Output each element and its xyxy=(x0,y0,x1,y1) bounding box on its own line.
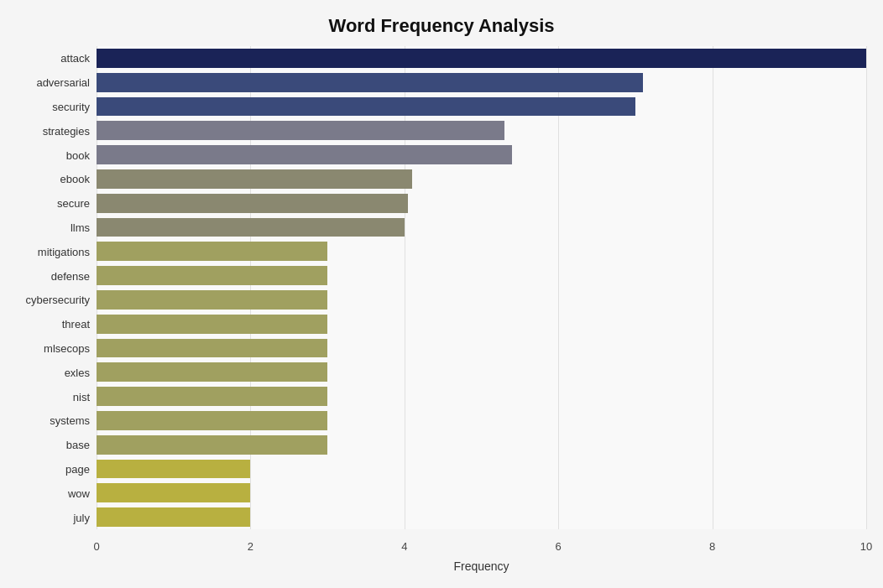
y-axis-label: defense xyxy=(51,269,90,282)
y-axis-label: adversarial xyxy=(36,76,90,89)
bar-fill xyxy=(97,194,408,213)
chart-title: Word Frequency Analysis xyxy=(0,0,883,45)
bar-row: nist xyxy=(97,384,866,408)
y-axis-label: cybersecurity xyxy=(25,294,90,306)
bar-row: llms xyxy=(97,216,866,240)
bar-fill xyxy=(97,145,512,164)
bar-row: base xyxy=(97,433,866,457)
y-axis-label: threat xyxy=(62,318,90,330)
y-axis-label: systems xyxy=(50,414,90,427)
bar-row: strategies xyxy=(97,118,866,143)
y-axis-label: exles xyxy=(65,366,90,378)
y-axis-label: llms xyxy=(71,221,90,233)
x-axis-tick-label: 4 xyxy=(401,540,407,553)
y-axis-label: page xyxy=(65,462,90,475)
x-axis-tick-label: 10 xyxy=(860,540,872,553)
y-axis-label: security xyxy=(52,100,90,112)
bar-row: mlsecops xyxy=(97,336,866,361)
bar-fill xyxy=(97,411,327,430)
bar-fill xyxy=(97,460,250,479)
y-axis-label: attack xyxy=(60,52,90,65)
bar-row: ebook xyxy=(97,167,866,191)
bar-row: secure xyxy=(97,191,866,216)
x-axis-tick-label: 6 xyxy=(556,540,562,553)
chart-area: 0246810Frequencyattackadversarialsecurit… xyxy=(97,46,866,529)
bar-row: attack xyxy=(97,46,866,70)
bar-fill xyxy=(97,49,866,68)
bar-row: defense xyxy=(97,263,866,288)
grid-line xyxy=(866,46,867,529)
bar-fill xyxy=(97,290,327,310)
bar-row: page xyxy=(97,457,866,481)
bar-fill xyxy=(97,362,327,382)
bar-row: exles xyxy=(97,360,866,384)
bar-fill xyxy=(97,315,327,334)
bar-row: july xyxy=(97,505,866,529)
bar-row: wow xyxy=(97,481,866,505)
y-axis-label: book xyxy=(66,148,90,161)
x-axis-tick-label: 2 xyxy=(248,540,253,553)
y-axis-label: july xyxy=(73,511,90,523)
bar-row: mitigations xyxy=(97,239,866,263)
y-axis-label: mlsecops xyxy=(44,341,90,354)
bar-fill xyxy=(97,121,504,140)
bar-fill xyxy=(97,435,327,455)
bar-fill xyxy=(97,339,327,358)
y-axis-label: wow xyxy=(68,487,90,499)
bar-row: security xyxy=(97,95,866,119)
bar-row: adversarial xyxy=(97,70,866,95)
bar-fill xyxy=(97,242,327,261)
bar-fill xyxy=(97,266,327,285)
bar-row: cybersecurity xyxy=(97,288,866,312)
y-axis-label: ebook xyxy=(60,173,90,185)
bar-fill xyxy=(97,169,412,189)
x-axis-tick-label: 0 xyxy=(93,540,99,553)
bar-fill xyxy=(97,507,250,527)
bar-fill xyxy=(97,483,250,502)
y-axis-label: nist xyxy=(73,390,90,403)
y-axis-label: strategies xyxy=(43,124,90,137)
bar-fill xyxy=(97,97,635,117)
chart-container: Word Frequency Analysis 0246810Frequency… xyxy=(0,0,883,588)
bar-fill xyxy=(97,73,643,92)
bars-wrapper: attackadversarialsecuritystrategiesbooke… xyxy=(97,46,866,529)
bar-row: book xyxy=(97,143,866,167)
bar-row: threat xyxy=(97,312,866,336)
bar-row: systems xyxy=(97,408,866,433)
y-axis-label: mitigations xyxy=(38,245,90,258)
y-axis-label: secure xyxy=(57,197,90,210)
bar-fill xyxy=(97,387,327,406)
y-axis-label: base xyxy=(66,439,90,451)
bar-fill xyxy=(97,218,405,237)
x-axis-tick-label: 8 xyxy=(709,540,715,553)
x-axis-title: Frequency xyxy=(453,559,509,573)
